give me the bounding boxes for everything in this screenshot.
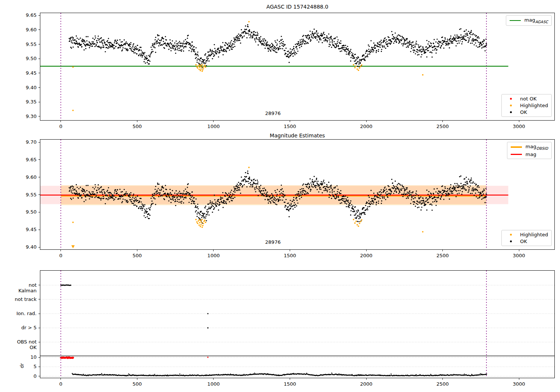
category-label: Ion. rad. [10,311,37,316]
y-tickmark [38,15,40,16]
y-tickmark [38,87,40,88]
y-tick-label: 9.50 [10,209,37,215]
category-label: dr > 5 [10,325,37,330]
legend-item: mag [511,152,548,157]
x-tickmark [137,250,137,251]
x-tickmark [60,250,61,251]
y-tickmark [38,59,40,59]
legend-line-sample [511,154,522,155]
legend-dot-sample [505,111,516,113]
x-tickmark [60,378,61,380]
legend-dot-sample [505,98,516,100]
legend-item: magAGASC [510,17,548,24]
y-tickmark [38,102,40,102]
x-tickmark [519,250,519,251]
x-tickmark [442,378,443,380]
x-tick-label: 2000 [360,124,372,129]
legend-label: Highlighted [520,232,548,237]
x-tickmark [519,378,519,380]
x-tick-label: 2500 [436,253,449,258]
legend-dot-sample [505,105,516,106]
legend-item: Highlighted [505,103,548,108]
category-label: OBS not OK [10,339,37,350]
legend-label: magOBSID [526,144,548,150]
x-tick-label: 3000 [513,124,525,129]
legend-item: OK [505,109,548,115]
y-tick-label: 9.30 [10,113,37,119]
y-tickmark [38,73,40,73]
y-tick-label: 9.55 [10,192,37,197]
x-tickmark [442,121,443,122]
dr-tick-label: 10 [10,354,37,360]
category-tickmark [38,314,40,314]
y-tickmark [38,212,40,212]
dr-tickmark [38,357,40,358]
y-tick-label: 9.60 [10,27,37,32]
plot3-canvas [40,271,554,378]
legend-item: OK [505,239,548,244]
x-tick-label: 1500 [284,253,296,258]
plot2-axes: magOBSIDmagHighlightedOK [40,139,555,250]
dr-tick-label: 0 [10,373,37,379]
x-tick-label: 1000 [207,253,220,258]
y-tick-label: 9.60 [10,174,37,180]
plot3-axes [40,270,555,378]
category-tickmark [38,285,40,285]
plot2-canvas [40,140,554,249]
x-tick-label: 500 [133,124,142,129]
legend-label: Highlighted [520,103,548,108]
x-tickmark [290,121,290,122]
y-tickmark [38,177,40,177]
flag-point [207,313,208,314]
plot1-line-legend: magAGASC [506,15,552,26]
clip-marker-triangle [71,245,75,248]
y-tick-label: 9.55 [10,41,37,47]
x-tickmark [137,378,137,380]
plot1-obsid-annotation: 28976 [265,111,280,116]
y-tickmark [38,44,40,44]
y-tickmark [38,195,40,195]
legend-item: not OK [505,96,548,102]
x-tickmark [213,121,214,122]
figure-canvas: AGASC ID 157424888.0 Magnitude Estimates… [0,0,560,392]
y-tickmark [38,159,40,160]
plot1-axes: magAGASCnot OKHighlightedOK [40,13,555,121]
x-tick-label: 2500 [436,381,449,387]
y-tickmark [38,116,40,116]
plot2-marker-legend: HighlightedOK [501,230,552,246]
x-tick-label: 2000 [360,253,372,258]
legend-dot-sample [505,240,516,242]
x-tickmark [213,250,214,251]
x-tickmark [366,378,367,380]
flag-point [207,357,208,358]
y-tick-label: 9.65 [10,157,37,162]
x-tick-label: 2500 [436,124,449,129]
plot2-title: Magnitude Estimates [40,133,554,139]
x-tickmark [213,378,214,380]
category-tickmark [38,299,40,299]
category-tickmark [38,342,40,342]
y-tick-label: 9.65 [10,12,37,18]
legend-label: OK [520,239,527,244]
legend-label: OK [520,109,527,115]
y-tick-label: 9.40 [10,244,37,250]
x-tick-label: 0 [59,253,62,258]
x-tick-label: 0 [59,124,62,129]
y-tick-label: 9.50 [10,56,37,61]
y-tickmark [38,230,40,230]
x-tick-label: 500 [133,253,142,258]
x-tick-label: 1500 [284,381,296,387]
x-tick-label: 500 [133,381,142,387]
dr-tickmark [38,376,40,376]
y-tickmark [38,29,40,30]
legend-line-sample [510,20,521,21]
legend-label: magAGASC [525,17,548,24]
legend-dot-sample [505,234,516,236]
x-tickmark [290,250,290,251]
dr-tick-label: 5 [10,364,37,369]
category-label: not Kalman [10,282,37,293]
plot1-canvas [40,13,554,120]
y-tick-label: 9.70 [10,139,37,145]
legend-line-sample [511,146,522,148]
category-tickmark [38,328,40,328]
